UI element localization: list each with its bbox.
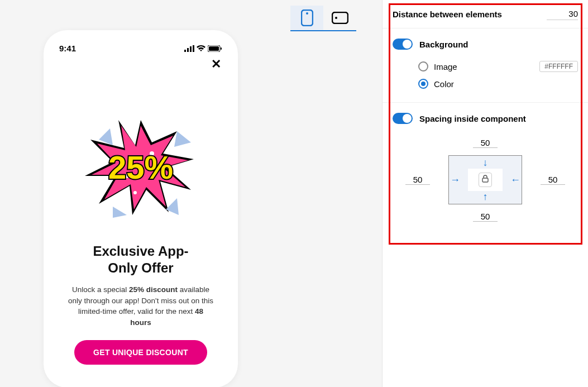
- svg-rect-0: [184, 50, 186, 52]
- promo-description: Unlock a special 25% discount available …: [68, 284, 213, 328]
- svg-rect-6: [221, 47, 222, 50]
- spacing-toggle[interactable]: [393, 113, 413, 124]
- arrow-left-icon: ←: [510, 174, 520, 186]
- lock-icon[interactable]: [479, 173, 492, 187]
- svg-marker-16: [166, 198, 179, 215]
- svg-rect-19: [332, 12, 348, 23]
- svg-marker-15: [113, 207, 127, 218]
- arrow-down-icon: ↓: [483, 157, 488, 169]
- status-time: 9:41: [59, 44, 76, 53]
- svg-point-12: [133, 191, 137, 194]
- background-toggle[interactable]: [393, 39, 413, 50]
- distance-input[interactable]: [547, 8, 578, 20]
- battery-icon: [208, 45, 222, 52]
- status-indicators: [184, 45, 222, 52]
- spacing-top-input[interactable]: [473, 138, 498, 148]
- svg-marker-14: [174, 131, 191, 147]
- radio-color[interactable]: [418, 79, 428, 89]
- svg-rect-5: [209, 46, 219, 51]
- svg-point-20: [335, 17, 337, 19]
- phone-preview: 9:41 ✕: [44, 30, 238, 387]
- color-chip[interactable]: #FFFFFF: [539, 61, 578, 72]
- close-icon[interactable]: ✕: [211, 57, 221, 71]
- promo-graphic: 25%: [79, 114, 202, 221]
- background-option-color-row: Color: [393, 75, 578, 92]
- svg-rect-1: [187, 48, 189, 52]
- promo-percent-text: 25%: [108, 149, 173, 185]
- arrow-right-icon: →: [450, 174, 460, 186]
- promo-block: 25% Exclusive App- Only Offer Unlock a s…: [44, 53, 238, 365]
- promo-title-line1: Exclusive App-: [93, 243, 188, 259]
- spacing-left-input[interactable]: [405, 175, 430, 185]
- distance-label: Distance between elements: [393, 9, 502, 19]
- wifi-icon: [197, 45, 205, 52]
- row-distance: Distance between elements: [383, 0, 588, 28]
- spacing-right-input[interactable]: [541, 175, 565, 185]
- tab-portrait[interactable]: [290, 6, 323, 30]
- spacing-bottom-input[interactable]: [473, 212, 498, 222]
- svg-point-18: [306, 12, 308, 15]
- promo-title: Exclusive App- Only Offer: [93, 243, 188, 276]
- promo-desc-pre: Unlock a special: [72, 285, 129, 294]
- cta-button[interactable]: GET UNIQUE DISCOUNT: [74, 340, 207, 365]
- section-background: Background Image #FFFFFF Color: [383, 28, 588, 103]
- cellular-icon: [184, 45, 194, 52]
- device-orientation-tabs: [290, 6, 356, 31]
- radio-image-label: Image: [434, 62, 457, 71]
- spacing-frame: ↓ ↑ → ←: [448, 155, 522, 204]
- svg-rect-21: [482, 178, 488, 182]
- promo-desc-bold: 25% discount: [129, 285, 178, 294]
- spacing-title: Spacing inside component: [419, 114, 526, 123]
- svg-rect-3: [193, 45, 194, 52]
- status-bar: 9:41: [44, 38, 238, 53]
- svg-rect-2: [190, 46, 192, 52]
- background-option-image-row: Image #FFFFFF: [393, 58, 578, 75]
- settings-panel: Distance between elements Background Ima…: [382, 0, 588, 387]
- background-title: Background: [419, 40, 469, 49]
- arrow-up-icon: ↑: [483, 191, 488, 203]
- radio-color-label: Color: [434, 79, 454, 89]
- preview-canvas: 9:41 ✕: [0, 0, 382, 387]
- tab-landscape[interactable]: [323, 6, 356, 30]
- radio-image[interactable]: [418, 61, 428, 71]
- promo-title-line2: Only Offer: [108, 260, 173, 275]
- section-spacing: Spacing inside component ↓ ↑ → ←: [383, 103, 588, 235]
